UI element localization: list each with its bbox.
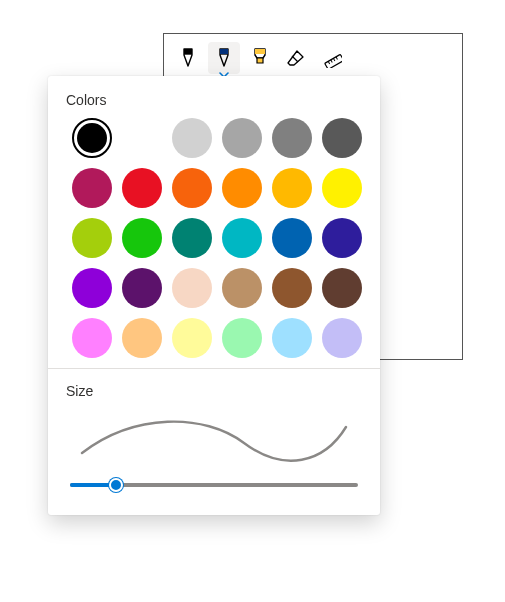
pen-nib-icon [179,48,197,68]
stroke-size-preview [66,409,362,467]
pen-nib-icon [215,48,233,68]
svg-line-3 [333,58,335,61]
color-swatch[interactable] [272,218,312,258]
color-swatch[interactable] [222,268,262,308]
color-swatch[interactable] [172,118,212,158]
color-swatch[interactable] [322,168,362,208]
tool-pen-blue[interactable] [208,42,240,74]
color-swatch[interactable] [322,268,362,308]
color-swatch-black[interactable] [72,118,112,158]
divider [48,368,380,369]
tool-ruler[interactable] [316,42,348,74]
size-section-label: Size [66,383,362,399]
highlighter-icon [251,48,269,68]
color-swatch[interactable] [122,268,162,308]
color-grid [72,118,362,358]
color-swatch[interactable] [222,168,262,208]
slider-thumb[interactable] [109,478,123,492]
color-swatch-white[interactable] [122,118,162,158]
eraser-icon [286,49,306,67]
color-swatch[interactable] [322,318,362,358]
color-swatch[interactable] [122,318,162,358]
color-swatch[interactable] [72,318,112,358]
color-row [72,118,362,158]
color-row [72,218,362,258]
color-swatch[interactable] [322,118,362,158]
ruler-icon [322,48,342,68]
color-swatch[interactable] [322,218,362,258]
color-swatch[interactable] [272,118,312,158]
color-swatch[interactable] [72,268,112,308]
colors-section-label: Colors [66,92,362,108]
tool-highlighter[interactable] [244,42,276,74]
svg-line-4 [336,57,338,60]
svg-line-2 [331,60,333,63]
color-swatch[interactable] [172,218,212,258]
pen-settings-popup: Colors [48,76,380,515]
color-swatch[interactable] [172,268,212,308]
tool-pen-black[interactable] [172,42,204,74]
color-swatch[interactable] [222,218,262,258]
color-swatch[interactable] [172,318,212,358]
color-swatch[interactable] [272,168,312,208]
color-swatch[interactable] [222,118,262,158]
color-swatch[interactable] [72,168,112,208]
tool-eraser[interactable] [280,42,312,74]
color-row [72,318,362,358]
color-swatch[interactable] [222,318,262,358]
color-swatch[interactable] [272,318,312,358]
color-row [72,168,362,208]
color-swatch[interactable] [122,218,162,258]
color-swatch[interactable] [122,168,162,208]
svg-line-1 [328,61,330,64]
size-slider[interactable] [70,477,358,493]
color-row [72,268,362,308]
ink-toolbar [164,34,462,78]
color-swatch[interactable] [72,218,112,258]
svg-rect-0 [325,54,342,68]
color-swatch[interactable] [272,268,312,308]
stroke-curve-icon [74,413,354,463]
color-swatch[interactable] [172,168,212,208]
